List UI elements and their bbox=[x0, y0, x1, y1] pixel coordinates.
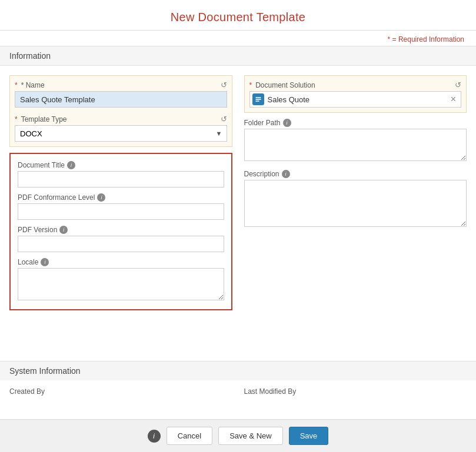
locale-textarea[interactable] bbox=[18, 268, 224, 300]
pdf-version-label: PDF Version i bbox=[18, 226, 224, 234]
page-wrapper: New Document Template * = Required Infor… bbox=[0, 0, 476, 452]
document-title-field-group: Document Title i bbox=[18, 161, 224, 188]
pdf-conformance-label: PDF Conformance Level i bbox=[18, 193, 224, 202]
doc-solution-box: Sales Quote × bbox=[249, 91, 462, 108]
save-new-button[interactable]: Save & New bbox=[218, 427, 283, 445]
page-title: New Document Template bbox=[0, 11, 476, 24]
required-note: * = Required Information bbox=[0, 31, 476, 46]
folder-path-label-text: Folder Path bbox=[244, 119, 281, 127]
last-modified-by-label: Last Modified By bbox=[244, 387, 467, 396]
doc-solution-label-text: Document Solution bbox=[255, 81, 315, 89]
description-info-icon: i bbox=[282, 170, 290, 178]
description-textarea[interactable] bbox=[244, 180, 467, 227]
name-required-star: * bbox=[15, 81, 18, 89]
folder-path-field-group: Folder Path i bbox=[244, 119, 467, 163]
doc-solution-reset-icon[interactable]: ↺ bbox=[455, 81, 461, 89]
created-by-value bbox=[9, 398, 232, 410]
document-title-input[interactable] bbox=[18, 171, 224, 188]
locale-label: Locale i bbox=[18, 258, 224, 266]
name-field-group: * * Name ↺ bbox=[15, 81, 227, 108]
description-label-text: Description bbox=[244, 170, 279, 178]
last-modified-by-value bbox=[244, 398, 467, 410]
pdf-version-info-icon: i bbox=[59, 226, 68, 234]
save-button[interactable]: Save bbox=[289, 427, 329, 445]
form-area: * * Name ↺ * Template Type ↺ bbox=[0, 66, 476, 361]
doc-solution-text: Sales Quote bbox=[268, 95, 448, 104]
last-modified-by-field: Last Modified By bbox=[244, 387, 467, 410]
created-by-field: Created By bbox=[9, 387, 232, 410]
pdf-version-field-group: PDF Version i bbox=[18, 226, 224, 252]
template-type-field-group: * Template Type ↺ DOCX XLSX PDF ▼ bbox=[15, 115, 227, 142]
created-by-label: Created By bbox=[9, 387, 232, 396]
col-right: * Document Solution ↺ Sales Quote × bbox=[244, 75, 467, 310]
folder-path-info-icon: i bbox=[283, 119, 291, 127]
document-title-info-icon: i bbox=[67, 161, 75, 169]
required-star: * bbox=[388, 35, 392, 43]
doc-solution-icon bbox=[252, 93, 264, 105]
template-type-required-star: * bbox=[15, 115, 18, 123]
folder-path-label: Folder Path i bbox=[244, 119, 467, 127]
required-note-text: = Required Information bbox=[392, 35, 464, 43]
template-type-label-text: Template Type bbox=[21, 115, 67, 123]
pdf-conformance-label-text: PDF Conformance Level bbox=[18, 193, 95, 202]
system-info-fields: Created By Last Modified By bbox=[0, 380, 476, 419]
header: New Document Template bbox=[0, 0, 476, 31]
footer: i Cancel Save & New Save bbox=[0, 419, 476, 452]
document-title-label-text: Document Title bbox=[18, 161, 65, 169]
pdf-version-input[interactable] bbox=[18, 236, 224, 252]
template-type-label: * Template Type ↺ bbox=[15, 115, 227, 123]
locale-info-icon: i bbox=[41, 258, 49, 266]
template-type-reset-icon[interactable]: ↺ bbox=[221, 115, 227, 123]
extra-fields-box: Document Title i PDF Conformance Level i bbox=[9, 153, 232, 310]
form-two-col: * * Name ↺ * Template Type ↺ bbox=[9, 75, 467, 310]
description-field-group: Description i bbox=[244, 170, 467, 229]
doc-solution-required-star: * bbox=[249, 81, 252, 89]
pdf-conformance-field-group: PDF Conformance Level i bbox=[18, 193, 224, 220]
locale-label-text: Locale bbox=[18, 258, 38, 266]
folder-path-textarea[interactable] bbox=[244, 129, 467, 161]
locale-field-group: Locale i bbox=[18, 258, 224, 302]
document-title-label: Document Title i bbox=[18, 161, 224, 169]
col-left: * * Name ↺ * Template Type ↺ bbox=[9, 75, 232, 310]
name-label-text: * Name bbox=[21, 81, 45, 89]
doc-solution-label: * Document Solution ↺ bbox=[249, 81, 462, 89]
information-section-header: Information bbox=[0, 46, 476, 66]
description-label: Description i bbox=[244, 170, 467, 178]
name-reset-icon[interactable]: ↺ bbox=[221, 81, 227, 89]
footer-info-icon[interactable]: i bbox=[148, 430, 161, 443]
cancel-button[interactable]: Cancel bbox=[167, 427, 212, 445]
name-input[interactable] bbox=[15, 91, 227, 108]
system-info-section-header: System Information bbox=[0, 361, 476, 380]
doc-solution-close-icon[interactable]: × bbox=[448, 94, 458, 105]
system-info-title: System Information bbox=[9, 366, 81, 376]
pdf-conformance-input[interactable] bbox=[18, 203, 224, 220]
pdf-version-label-text: PDF Version bbox=[18, 226, 57, 234]
template-type-select[interactable]: DOCX XLSX PDF bbox=[15, 125, 227, 142]
doc-solution-field-group: * Document Solution ↺ Sales Quote × bbox=[244, 75, 467, 113]
template-type-select-wrapper: DOCX XLSX PDF ▼ bbox=[15, 125, 227, 142]
required-fields-box: * * Name ↺ * Template Type ↺ bbox=[9, 75, 232, 147]
name-label: * * Name ↺ bbox=[15, 81, 227, 89]
pdf-conformance-info-icon: i bbox=[97, 193, 105, 202]
